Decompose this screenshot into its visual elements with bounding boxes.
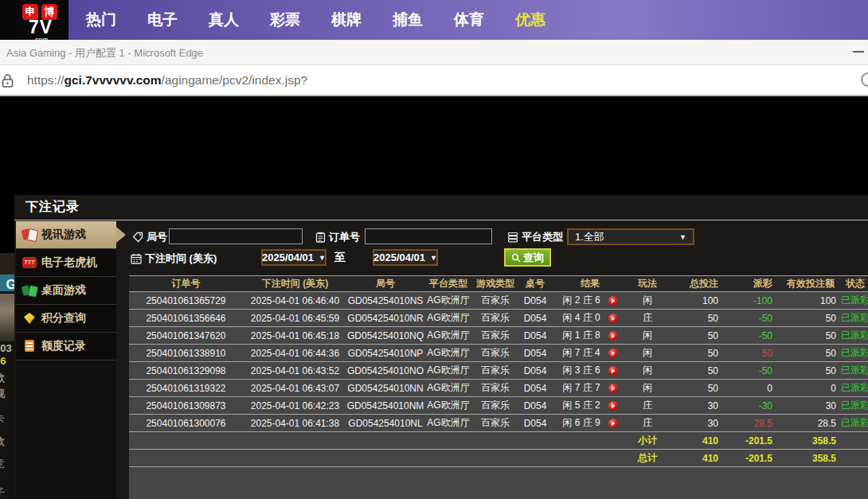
cell-order: 250401061347620	[129, 327, 243, 344]
url-domain: gci.7vvvvvv.com	[65, 73, 162, 87]
column-header: 游戏类型	[473, 276, 518, 291]
replay-icon[interactable]	[608, 331, 618, 341]
cell-table-no: D054	[518, 327, 553, 344]
cell-platform: AG欧洲厅	[424, 327, 473, 344]
calendar-icon	[131, 253, 142, 264]
sidebar-item-points[interactable]: 积分查询	[16, 305, 116, 333]
cell-order: 250401061309873	[129, 397, 243, 414]
replay-icon[interactable]	[608, 419, 618, 428]
cell-valid: 28.5	[779, 415, 843, 431]
cell-platform: AG欧洲厅	[424, 415, 473, 431]
sidebar-item-slot[interactable]: 电子老虎机	[16, 249, 116, 277]
query-button[interactable]: 查询	[504, 248, 551, 267]
cell-game: 百家乐	[473, 415, 518, 431]
total-bet: 410	[667, 450, 725, 466]
background-text-fragment: 06	[0, 355, 6, 367]
nav-item-电子[interactable]: 电子	[147, 10, 178, 30]
round-label: 局号	[132, 228, 167, 245]
cell-status: 已派彩	[843, 380, 868, 396]
cell-platform: AG欧洲厅	[424, 397, 473, 414]
sidebar-item-record[interactable]: 额度记录	[16, 333, 116, 361]
column-header: 下注时间 (美东)	[243, 276, 347, 291]
nav-item-彩票[interactable]: 彩票	[270, 10, 300, 30]
cell-result: 闲 7 庄 7	[553, 380, 628, 396]
cell-game: 百家乐	[473, 327, 518, 344]
cell-round: GD054254010NN	[347, 380, 424, 396]
date-from-select[interactable]: 2025/04/01 ▼	[261, 249, 326, 266]
nav-item-热门[interactable]: 热门	[86, 10, 116, 30]
nav-item-棋牌[interactable]: 棋牌	[331, 10, 362, 30]
nav-item-体育[interactable]: 体育	[454, 10, 484, 30]
subtotal-bet: 410	[667, 432, 725, 449]
cell-table-no: D054	[518, 310, 553, 326]
cell-platform: AG欧洲厅	[424, 292, 473, 309]
cell-game: 百家乐	[473, 397, 518, 414]
nav-item-优惠[interactable]: 优惠	[515, 10, 545, 30]
cell-table-no: D054	[518, 292, 553, 309]
sidebar-item-label: 额度记录	[41, 339, 86, 353]
table-row: 250401061309873 2025-04-01 06:42:23 GD05…	[129, 397, 868, 415]
column-header: 平台类型	[424, 276, 473, 291]
cell-time: 2025-04-01 06:41:38	[243, 415, 347, 431]
cell-time: 2025-04-01 06:43:07	[243, 380, 347, 396]
cell-table-no: D054	[518, 380, 553, 396]
cell-play: 闲	[628, 292, 667, 309]
replay-icon[interactable]	[608, 384, 618, 393]
bet-time-label: 下注时间 (美东)	[131, 250, 217, 267]
platform-label: 平台类型	[507, 228, 563, 245]
cell-bet: 50	[667, 310, 725, 326]
cell-time: 2025-04-01 06:46:40	[243, 292, 347, 309]
nav-item-真人[interactable]: 真人	[209, 10, 239, 30]
cell-valid: 0	[779, 380, 843, 396]
replay-icon[interactable]	[608, 296, 618, 306]
table-row: 250401061319322 2025-04-01 06:43:07 GD05…	[129, 380, 868, 397]
logo-main-text: 7V	[16, 18, 65, 37]
cell-time: 2025-04-01 06:43:52	[243, 362, 347, 379]
subtotal-row: 小计 410 -201.5 358.5	[129, 432, 868, 450]
cell-bet: 30	[667, 397, 725, 414]
lock-icon[interactable]	[2, 74, 14, 88]
cell-play: 庄	[628, 397, 667, 414]
replay-icon[interactable]	[608, 366, 618, 376]
cell-valid: 50	[779, 362, 843, 379]
date-to-select[interactable]: 2025/04/01 ▼	[373, 249, 438, 266]
sidebar-item-cards[interactable]: 视讯游戏	[16, 221, 116, 249]
url-path: /agingame/pcv2/index.jsp?	[162, 73, 308, 87]
cell-play: 闲	[628, 345, 667, 361]
cell-round: GD054254010NS	[347, 292, 424, 309]
urlbar-right-icon[interactable]	[861, 72, 868, 87]
order-input[interactable]	[365, 228, 492, 244]
site-logo[interactable]: 申 博 7V .com	[16, 1, 65, 40]
replay-icon[interactable]	[608, 349, 618, 358]
replay-icon[interactable]	[608, 314, 618, 323]
cell-round: GD054254010NP	[347, 345, 424, 361]
nav-item-捕鱼[interactable]: 捕鱼	[393, 10, 423, 30]
cell-payout: -50	[725, 362, 779, 379]
total-label: 总计	[628, 450, 667, 466]
cell-result: 闲 2 庄 6	[553, 292, 628, 309]
round-input[interactable]	[169, 228, 303, 244]
panel-title: 下注记录	[25, 199, 80, 216]
platform-select[interactable]: 1.全部 ▼	[567, 228, 694, 245]
minimize-icon[interactable]	[853, 51, 864, 53]
tag-icon	[132, 232, 143, 243]
column-header: 总投注	[667, 276, 725, 291]
table-row: 250401061300076 2025-04-01 06:41:38 GD05…	[129, 415, 868, 432]
url-input[interactable]: https://gci.7vvvvvv.com/agingame/pcv2/in…	[27, 73, 307, 88]
cell-game: 百家乐	[473, 362, 518, 379]
cell-game: 百家乐	[473, 310, 518, 326]
browser-urlbar[interactable]: https://gci.7vvvvvv.com/agingame/pcv2/in…	[0, 65, 868, 96]
cell-play: 闲	[628, 380, 667, 396]
background-text-fragment: 视	[0, 387, 5, 401]
cell-play: 庄	[628, 415, 667, 431]
top-nav: 申 博 7V .com 热门电子真人彩票棋牌捕鱼体育优惠	[0, 0, 868, 40]
background-avatar-fragment	[0, 294, 14, 341]
replay-icon[interactable]	[608, 401, 618, 411]
column-header: 玩法	[628, 276, 667, 291]
total-payout: -201.5	[725, 450, 779, 466]
cell-table-no: D054	[518, 362, 553, 379]
background-text-fragment: 款	[0, 371, 5, 385]
column-header: 派彩	[725, 276, 779, 291]
sidebar-item-tablegames[interactable]: 桌面游戏	[16, 277, 116, 305]
background-left-strip: 00306款视卡欧竞子电子捕	[0, 291, 14, 499]
